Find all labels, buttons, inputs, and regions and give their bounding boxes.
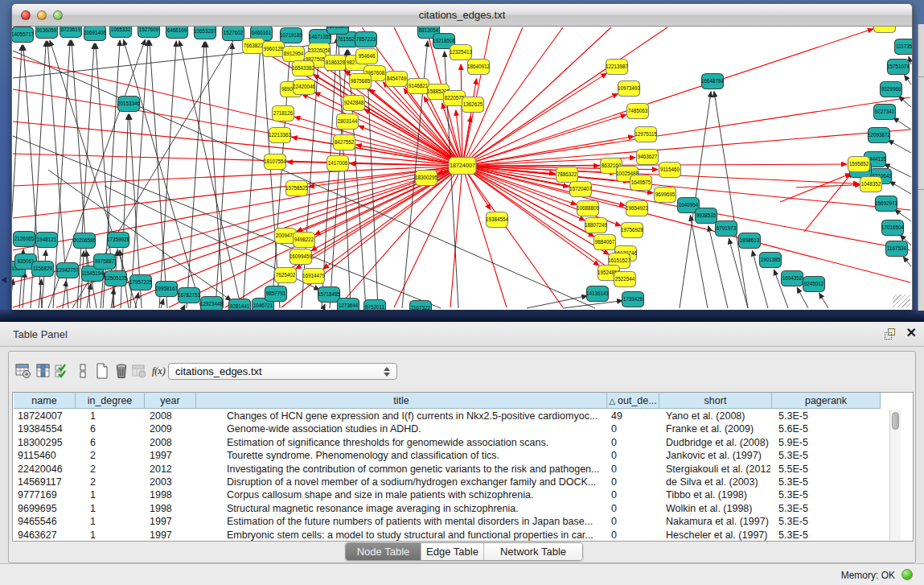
graph-node[interactable]: 18807249 [585, 218, 608, 233]
table-cell[interactable]: 1 [90, 502, 143, 516]
graph-node[interactable]: 15718485 [318, 287, 341, 303]
graph-node[interactable]: 10653287 [194, 27, 217, 39]
table-cell[interactable]: Genome-wide association studies in ADHD. [227, 422, 606, 436]
graph-node[interactable]: 8427552 [334, 135, 355, 150]
table-cell[interactable]: 6 [90, 422, 143, 436]
graph-node[interactable]: 9498222 [294, 233, 315, 248]
table-cell[interactable]: 19384554 [18, 422, 74, 436]
table-cell[interactable]: 1 [90, 529, 143, 542]
function-builder-icon[interactable]: f(x) [151, 363, 167, 379]
graph-node[interactable]: 10719185 [280, 28, 303, 43]
table-cell[interactable]: 49 [611, 410, 658, 423]
graph-node[interactable]: 1117353 [895, 39, 913, 55]
graph-node[interactable]: 12923448 [200, 297, 224, 311]
panel-collapse-arrow[interactable] [2, 277, 6, 283]
column-header-name[interactable]: name [14, 393, 76, 409]
graph-node[interactable]: 18107554 [264, 154, 287, 170]
delete-table-icon[interactable] [113, 363, 129, 379]
graph-node[interactable]: 17016504 [881, 220, 905, 236]
column-header-title[interactable]: title [196, 393, 607, 409]
table-cell[interactable]: Stergiakouli et al. (2012) [666, 463, 770, 476]
graph-node[interactable]: 2126065 [14, 232, 35, 247]
graph-node[interactable]: 1649575 [630, 175, 652, 191]
graph-node[interactable]: 14055717 [12, 27, 34, 43]
new-table-icon[interactable] [94, 363, 110, 379]
table-cell[interactable]: 0 [611, 476, 658, 489]
table-cell[interactable]: 5.3E-5 [778, 410, 879, 423]
graph-node[interactable]: 1694352 [782, 271, 803, 286]
table-cell[interactable]: Estimation of the future numbers of pati… [227, 515, 606, 529]
table-cell[interactable]: 9777169 [18, 488, 74, 502]
graph-node[interactable]: 16099459 [290, 249, 313, 265]
graph-node[interactable]: 12975115 [634, 127, 657, 142]
graph-node[interactable]: 10973493 [618, 81, 641, 97]
network-window-titlebar[interactable]: citations_edges.txt [12, 4, 912, 27]
graph-node[interactable]: 8723619 [60, 27, 82, 38]
graph-node[interactable]: 2718126 [273, 106, 294, 122]
graph-node[interactable]: 7663822 [243, 39, 265, 54]
graph-node[interactable]: 19958167 [155, 282, 179, 297]
graph-node[interactable]: 8454749 [386, 72, 408, 87]
graph-node[interactable]: 16543382 [292, 61, 315, 76]
table-cell[interactable]: 5.3E-5 [778, 502, 879, 516]
graph-node[interactable]: 9463627 [637, 150, 659, 165]
graph-node[interactable]: 20691406 [84, 27, 107, 41]
import-table-icon[interactable] [131, 363, 147, 379]
table-selector-dropdown[interactable]: citations_edges.txt [168, 363, 397, 380]
graph-node[interactable]: 8752011 [364, 300, 386, 311]
table-cell[interactable]: Disruption of a novel member of a sodium… [227, 476, 606, 489]
graph-node[interactable]: 19756928 [621, 223, 644, 238]
table-cell[interactable]: 2 [90, 476, 143, 489]
graph-node[interactable]: 9115460 [659, 163, 681, 178]
close-panel-icon[interactable]: ✕ [906, 326, 917, 340]
graph-node[interactable]: 15720407 [569, 182, 593, 197]
table-cell[interactable]: 2012 [150, 463, 195, 476]
table-cell[interactable]: 0 [611, 436, 658, 450]
table-cell[interactable]: Hescheler et al. (1997) [666, 529, 770, 542]
graph-node[interactable]: 17359928 [107, 233, 130, 248]
graph-node[interactable]: 16914479 [302, 269, 326, 284]
column-header-out_de[interactable]: △out_de... [607, 393, 659, 409]
table-cell[interactable]: 5.3E-5 [778, 476, 879, 489]
table-cell[interactable]: 9699695 [18, 502, 74, 516]
row-height-icon[interactable] [75, 363, 91, 379]
graph-node[interactable]: 16648784 [701, 74, 725, 89]
table-cell[interactable]: 18300295 [18, 436, 74, 450]
graph-node[interactable]: 9938535 [696, 208, 717, 224]
column-header-year[interactable]: year [145, 393, 196, 409]
graph-node[interactable]: 1948121 [36, 233, 58, 248]
graph-node[interactable]: 17957225 [129, 275, 153, 290]
table-cell[interactable]: 0 [611, 502, 658, 516]
table-cell[interactable]: 5.3E-5 [778, 529, 879, 542]
table-cell[interactable]: Tourette syndrome. Phenomenology and cla… [227, 449, 606, 463]
table-cell[interactable]: 5.6E-5 [778, 422, 879, 436]
table-cell[interactable]: 14569117 [18, 476, 74, 489]
graph-node[interactable]: 2522544 [614, 272, 636, 287]
table-cell[interactable]: 18724007 [18, 410, 74, 423]
graph-node[interactable]: 1417006 [327, 156, 349, 171]
graph-node[interactable]: 16782753 [178, 288, 201, 303]
graph-node[interactable]: 22420046 [293, 80, 316, 95]
graph-node[interactable]: 7857223 [355, 32, 377, 47]
graph-node[interactable]: 8186328 [325, 56, 347, 71]
table-cell[interactable]: 0 [611, 422, 658, 436]
table-cell[interactable]: de Silva et al. (2003) [666, 476, 770, 489]
table-cell[interactable]: Nakamura et al. (1997) [666, 515, 770, 529]
table-cell[interactable]: 0 [611, 515, 658, 529]
table-settings-icon[interactable] [15, 363, 31, 379]
graph-node[interactable]: 1273644 [338, 299, 359, 311]
graph-node[interactable]: 1733426 [622, 292, 644, 307]
table-cell[interactable]: 0 [611, 449, 658, 463]
graph-node[interactable]: 1527609 [138, 27, 160, 38]
table-cell[interactable]: 1 [90, 410, 143, 423]
table-scrollbar[interactable] [889, 410, 901, 540]
graph-node[interactable]: 9227341 [874, 105, 896, 120]
column-header-pagerank[interactable]: pagerank [772, 393, 881, 409]
table-cell[interactable]: 2 [90, 449, 143, 463]
tab-edge-table[interactable]: Edge Table [421, 543, 484, 560]
table-cell[interactable]: Corpus callosum shape and size in male p… [227, 488, 606, 502]
select-attributes-icon[interactable] [54, 363, 70, 379]
table-cell[interactable]: 1997 [150, 529, 195, 542]
table-cell[interactable]: 5.9E-5 [778, 436, 879, 450]
graph-node[interactable]: 1527602 [223, 27, 244, 41]
